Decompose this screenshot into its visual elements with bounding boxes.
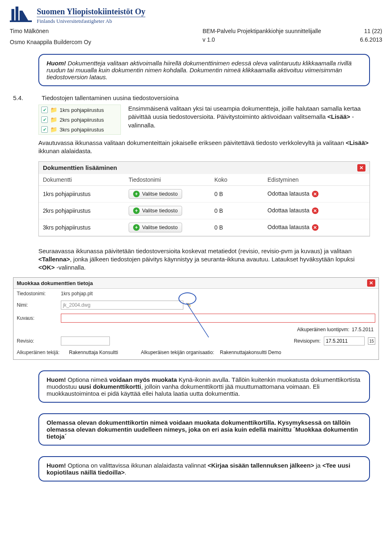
add-documents-dialog: Dokumenttien lisääminen ✕ Dokumentti Tie…	[38, 161, 370, 236]
checkbox-icon[interactable]: ✔	[41, 107, 48, 113]
note1-text: Dokumentteja valitaan aktivoimalla hiire…	[47, 60, 352, 80]
checklist-label[interactable]: 1krs pohjapiirustus	[60, 107, 104, 113]
checklist-row[interactable]: ✔ 📁 2krs pohjapiirustus	[39, 115, 120, 125]
nimi-input[interactable]	[61, 301, 183, 310]
value-alkup-org: Rakennuttajakonsultti Demo	[220, 350, 281, 355]
note-box-4: Huom! Optiona on valittavissa ikkunan al…	[38, 456, 370, 481]
section-heading: 5.4. Tiedostojen tallentaminen uusina ti…	[13, 94, 382, 101]
svg-rect-0	[10, 20, 32, 22]
delete-icon[interactable]: ✕	[312, 207, 318, 214]
value-alkup-luonti: 17.5.2011	[352, 327, 374, 332]
dialog2-title: Muokkaa dokumenttien tietoja	[17, 280, 93, 286]
label-alkup-tekija: Alkuperäinen tekijä:	[17, 350, 66, 355]
folder-icon: 📁	[50, 126, 57, 133]
doc-version: v 1.0	[203, 36, 341, 44]
author-2: Osmo Knaappila Buildercom Oy	[10, 38, 91, 47]
checklist-label[interactable]: 2krs pohjapiirustus	[60, 117, 104, 123]
calendar-icon[interactable]: 15	[368, 337, 375, 345]
plus-icon: +	[133, 191, 140, 197]
label-nimi: Nimi:	[17, 302, 58, 308]
col-dokumentti: Dokumentti	[43, 176, 129, 183]
section-title: Tiedostojen tallentaminen uusina tiedost…	[42, 94, 179, 101]
delete-icon[interactable]: ✕	[312, 224, 318, 231]
row-name: 3krs pohjapiirustus	[43, 224, 129, 231]
row-name: 2krs pohjapiirustus	[43, 207, 129, 214]
org-name-sv: Finlands Universitetsfastigheter Ab	[37, 17, 145, 25]
plus-icon: +	[133, 207, 140, 214]
row-size: 0 B	[214, 191, 267, 197]
label-alkup-luonti: Alkuperäinen luontipvm:	[297, 327, 350, 332]
doc-header: Timo Mälkönen Osmo Knaappila Buildercom …	[10, 27, 382, 47]
svg-rect-2	[16, 7, 18, 20]
row-name: 1krs pohjapiirustus	[43, 191, 129, 197]
close-icon[interactable]: ✕	[357, 164, 365, 172]
org-name-fi: Suomen Yliopistokiinteistöt Oy	[37, 7, 145, 16]
section-number: 5.4.	[13, 94, 33, 101]
dialog1-title: Dokumenttien lisääminen	[43, 164, 117, 171]
checklist-row[interactable]: ✔ 📁 3krs pohjapiirustus	[39, 125, 120, 134]
dialog1-row: 1krs pohjapiirustus +Valitse tiedosto 0 …	[39, 186, 370, 203]
revisio-input[interactable]	[61, 337, 110, 345]
folder-icon: 📁	[50, 116, 57, 123]
author-1: Timo Mälkönen	[10, 27, 91, 36]
doc-date: 6.6.2013	[354, 36, 382, 44]
label-tiedostonimi: Tiedostonimi:	[17, 291, 58, 296]
page-num: 11 (22)	[354, 27, 382, 36]
note1-prefix: Huom!	[47, 60, 66, 67]
dialog1-header-row: Dokumentti Tiedostonimi Koko Edistyminen	[39, 174, 370, 186]
col-edistyminen: Edistyminen	[267, 176, 365, 183]
value-alkup-tekija: Rakennuttaja Konsultti	[69, 350, 118, 355]
svg-rect-1	[11, 9, 14, 20]
paragraph-1: Ensimmäisenä valitaan yksi tai useampia …	[128, 105, 370, 129]
checklist-panel: ✔ 📁 1krs pohjapiirustus ✔ 📁 2krs pohjapi…	[38, 105, 121, 135]
value-tiedostonimi: 1krs pohjap.plt	[61, 291, 93, 296]
choose-file-button[interactable]: +Valitse tiedosto	[129, 206, 182, 216]
checklist-label[interactable]: 3krs pohjapiirustus	[60, 127, 104, 133]
header-logo: Suomen Yliopistokiinteistöt Oy Finlands …	[10, 7, 382, 25]
note-box-3: Olemassa olevan dokumenttikortin nimeä v…	[38, 413, 370, 446]
col-tiedostonimi: Tiedostonimi	[129, 176, 214, 183]
company-logo-icon	[10, 7, 32, 25]
row-size: 0 B	[214, 224, 267, 231]
close-icon[interactable]: ✕	[367, 279, 375, 287]
row-size: 0 B	[214, 207, 267, 214]
dialog1-row: 3krs pohjapiirustus +Valitse tiedosto 0 …	[39, 219, 370, 236]
col-koko: Koko	[214, 176, 267, 183]
label-revisio: Revisio:	[17, 338, 58, 344]
label-revisiopvm: Revisiopvm:	[294, 338, 321, 344]
revisiopvm-input[interactable]	[324, 337, 365, 345]
paragraph-3: Seuraavassa ikkunassa päivitetään tiedos…	[38, 247, 370, 272]
dialog1-row: 2krs pohjapiirustus +Valitse tiedosto 0 …	[39, 203, 370, 219]
choose-file-button[interactable]: +Valitse tiedosto	[129, 223, 182, 232]
note-box-2: Huom! Optiona nimeä voidaan myös muokata…	[38, 370, 370, 403]
paragraph-2: Avautuvassa ikkunassa valitaan dokumente…	[38, 139, 370, 156]
label-kuvaus: Kuvaus:	[17, 315, 58, 321]
row-status: Odottaa latausta	[267, 190, 310, 197]
edit-documents-dialog: Muokkaa dokumenttien tietoja ✕ Tiedoston…	[13, 277, 379, 360]
row-status: Odottaa latausta	[267, 207, 310, 214]
svg-line-4	[187, 303, 209, 337]
annotation-arrow-icon	[184, 301, 225, 342]
checklist-row[interactable]: ✔ 📁 1krs pohjapiirustus	[39, 105, 120, 115]
choose-file-button[interactable]: +Valitse tiedosto	[129, 189, 182, 199]
checkbox-icon[interactable]: ✔	[41, 116, 48, 123]
svg-rect-3	[20, 11, 22, 20]
row-status: Odottaa latausta	[267, 224, 310, 230]
note-box-1: Huom! Dokumentteja valitaan aktivoimalla…	[38, 54, 370, 86]
delete-icon[interactable]: ✕	[312, 191, 318, 197]
label-alkup-org: Alkuperäisen tekijän organisaatio:	[141, 350, 214, 355]
folder-icon: 📁	[50, 107, 57, 113]
checkbox-icon[interactable]: ✔	[41, 126, 48, 133]
plus-icon: +	[133, 224, 140, 231]
doc-title: BEM-Palvelu Projektipankkiohje suunnitte…	[203, 27, 341, 36]
